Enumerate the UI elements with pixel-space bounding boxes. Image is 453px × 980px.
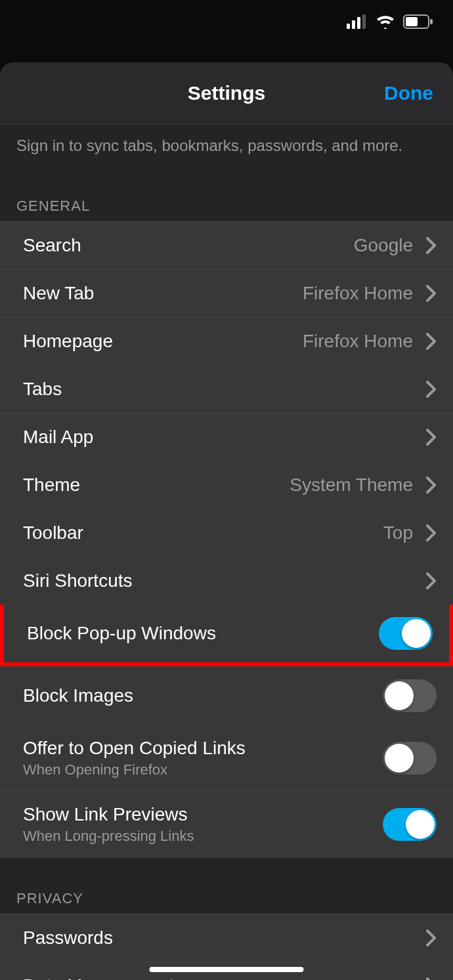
toggle-block-popups[interactable]	[379, 617, 433, 650]
row-label: Mail App	[23, 427, 93, 448]
row-value: Top	[383, 522, 413, 543]
row-value: Firefox Home	[303, 283, 413, 304]
row-label-col: Show Link Previews When Long-pressing Li…	[23, 804, 383, 845]
row-show-link-previews[interactable]: Show Link Previews When Long-pressing Li…	[0, 791, 453, 857]
chevron-right-icon	[426, 333, 437, 350]
sync-description: Sign in to sync tabs, bookmarks, passwor…	[0, 125, 453, 191]
svg-rect-3	[362, 14, 366, 29]
svg-rect-2	[357, 17, 360, 29]
section-gap	[0, 857, 453, 884]
settings-sheet: Settings Done Sign in to sync tabs, book…	[0, 62, 453, 980]
row-tabs[interactable]: Tabs	[0, 365, 453, 413]
row-label: New Tab	[23, 283, 94, 304]
row-passwords[interactable]: Passwords	[0, 914, 453, 962]
row-label: Toolbar	[23, 522, 83, 543]
toggle-offer-copied-links[interactable]	[383, 742, 437, 775]
section-header-general: GENERAL	[0, 191, 453, 221]
svg-rect-0	[347, 24, 350, 29]
row-label: Block Images	[23, 685, 133, 706]
svg-rect-5	[406, 17, 418, 26]
row-sublabel: When Long-pressing Links	[23, 828, 383, 845]
chevron-right-icon	[426, 285, 437, 302]
row-label: Siri Shortcuts	[23, 570, 133, 591]
header: Settings Done	[0, 62, 453, 125]
row-label: Tabs	[23, 379, 62, 400]
row-block-images[interactable]: Block Images	[0, 666, 453, 725]
row-theme[interactable]: Theme System Theme	[0, 461, 453, 509]
status-bar	[0, 0, 453, 43]
chevron-right-icon	[426, 429, 437, 446]
row-label: Data Management	[23, 975, 174, 980]
row-block-popups[interactable]: Block Pop-up Windows	[0, 605, 453, 666]
toggle-block-images[interactable]	[383, 679, 437, 712]
row-label: Homepage	[23, 331, 113, 352]
svg-rect-1	[352, 20, 355, 29]
settings-scroll[interactable]: Sign in to sync tabs, bookmarks, passwor…	[0, 125, 453, 980]
row-homepage[interactable]: Homepage Firefox Home	[0, 317, 453, 365]
row-mail-app[interactable]: Mail App	[0, 413, 453, 461]
row-siri-shortcuts[interactable]: Siri Shortcuts	[0, 557, 453, 605]
row-label-col: Offer to Open Copied Links When Opening …	[23, 738, 383, 778]
row-sublabel: When Opening Firefox	[23, 761, 383, 778]
toggle-knob	[385, 744, 414, 773]
row-toolbar[interactable]: Toolbar Top	[0, 509, 453, 557]
row-label: Show Link Previews	[23, 804, 383, 825]
section-header-privacy: PRIVACY	[0, 884, 453, 914]
cellular-icon	[347, 14, 368, 29]
row-label: Block Pop-up Windows	[27, 623, 216, 644]
row-value: Google	[354, 235, 413, 256]
toggle-show-link-previews[interactable]	[383, 808, 437, 841]
chevron-right-icon	[426, 977, 437, 980]
home-indicator	[150, 967, 304, 972]
svg-rect-6	[430, 19, 433, 24]
row-value: System Theme	[290, 475, 413, 496]
row-offer-copied-links[interactable]: Offer to Open Copied Links When Opening …	[0, 725, 453, 791]
chevron-right-icon	[426, 381, 437, 398]
battery-icon	[403, 14, 433, 29]
chevron-right-icon	[426, 237, 437, 254]
toggle-knob	[385, 681, 414, 710]
chevron-right-icon	[426, 572, 437, 589]
chevron-right-icon	[426, 929, 437, 947]
done-button[interactable]: Done	[384, 82, 433, 104]
row-label: Search	[23, 235, 81, 256]
row-new-tab[interactable]: New Tab Firefox Home	[0, 269, 453, 317]
page-title: Settings	[188, 82, 265, 104]
row-label: Offer to Open Copied Links	[23, 738, 383, 759]
chevron-right-icon	[426, 524, 437, 542]
row-label: Theme	[23, 475, 80, 496]
toggle-knob	[402, 619, 431, 648]
wifi-icon	[376, 14, 395, 29]
toggle-knob	[406, 810, 435, 839]
row-label: Passwords	[23, 927, 113, 948]
row-value: Firefox Home	[303, 331, 413, 352]
chevron-right-icon	[426, 477, 437, 494]
row-search[interactable]: Search Google	[0, 221, 453, 269]
